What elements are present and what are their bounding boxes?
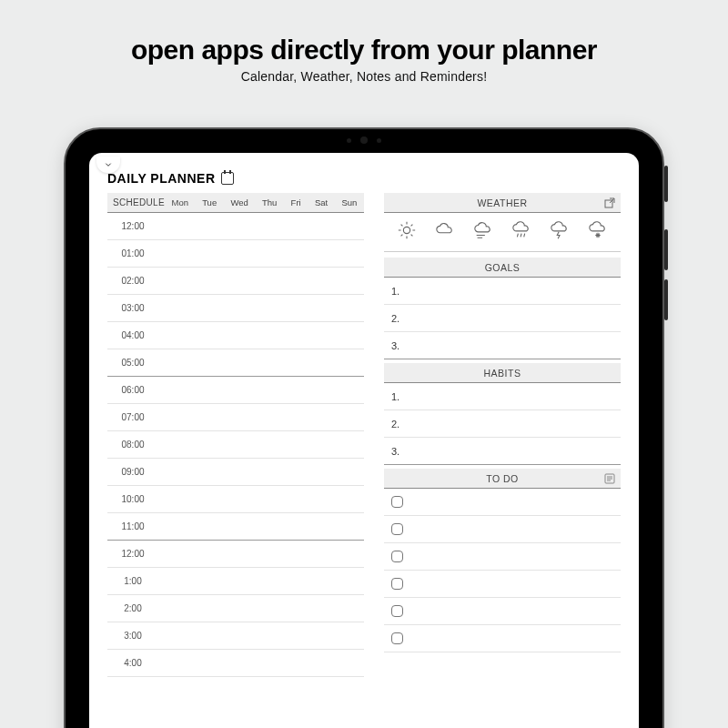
schedule-row[interactable]: 08:00 [107,431,364,459]
chevron-down-icon [103,161,114,168]
day-wed[interactable]: Wed [230,197,248,207]
calendar-icon[interactable] [221,172,234,185]
svg-point-1 [403,227,410,233]
volume-up-button [664,229,668,270]
time-label: 03:00 [107,303,158,313]
svg-line-7 [411,235,413,237]
external-link-icon [604,197,615,208]
todo-checkbox[interactable] [391,496,403,508]
svg-line-8 [401,235,403,237]
svg-line-9 [411,225,413,227]
goal-number: 3. [391,340,399,351]
hero-title: open apps directly from your planner [0,35,728,66]
svg-line-10 [517,234,518,238]
camera-notch [347,136,381,144]
todo-item[interactable] [384,516,621,543]
time-label: 2:00 [107,603,158,613]
day-sat[interactable]: Sat [315,197,328,207]
schedule-row[interactable]: 02:00 [107,268,364,295]
time-label: 06:00 [107,385,158,395]
todo-item[interactable] [384,571,621,598]
todo-header[interactable]: TO DO [384,469,621,489]
schedule-row[interactable]: 11:00 [107,513,364,541]
day-mon[interactable]: Mon [171,197,187,207]
schedule-label: SCHEDULE [107,197,165,207]
todo-checkbox[interactable] [391,605,403,617]
sun-icon [397,220,417,240]
svg-line-11 [521,234,521,238]
habit-number: 1. [391,391,399,402]
goal-item[interactable]: 1. [384,278,621,305]
todo-checkbox[interactable] [391,551,403,562]
time-label: 4:00 [107,658,158,668]
time-label: 3:00 [107,631,158,641]
todo-checkbox[interactable] [391,632,403,644]
hero-subtitle: Calendar, Weather, Notes and Reminders! [0,69,728,84]
schedule-row[interactable]: 01:00 [107,240,364,268]
time-label: 12:00 [107,549,158,559]
volume-down-button [664,279,668,320]
schedule-row[interactable]: 03:00 [107,295,364,322]
schedule-row[interactable]: 12:00 [107,213,364,240]
todo-label: TO DO [486,473,519,484]
todo-item[interactable] [384,489,621,516]
day-fri[interactable]: Fri [291,197,301,207]
time-label: 09:00 [107,467,158,477]
time-label: 08:00 [107,440,158,450]
day-tue[interactable]: Tue [202,197,217,207]
habit-number: 3. [391,446,399,457]
time-label: 1:00 [107,576,158,586]
todo-item[interactable] [384,598,621,625]
schedule-row[interactable]: 1:00 [107,568,364,595]
right-column: WEATHER GOALS 1. [384,193,621,677]
time-label: 01:00 [107,248,158,258]
reminders-icon [604,473,615,484]
schedule-row[interactable]: 12:00 [107,541,364,568]
svg-line-12 [524,234,525,238]
schedule-row[interactable]: 3:00 [107,622,364,650]
habits-label: HABITS [484,368,521,379]
todo-checkbox[interactable] [391,578,403,590]
day-sun[interactable]: Sun [341,197,357,207]
habit-item[interactable]: 1. [384,383,621,410]
page-title: DAILY PLANNER [107,171,216,186]
habits-header: HABITS [384,363,621,383]
schedule-row[interactable]: 05:00 [107,349,364,377]
todo-checkbox[interactable] [391,523,403,535]
todo-item[interactable] [384,625,621,652]
habit-item[interactable]: 3. [384,438,621,465]
schedule-row[interactable]: 4:00 [107,650,364,677]
goal-item[interactable]: 3. [384,332,621,359]
todo-item[interactable] [384,543,621,571]
goal-number: 2. [391,313,399,324]
schedule-row[interactable]: 10:00 [107,486,364,513]
habit-item[interactable]: 2. [384,410,621,438]
day-thu[interactable]: Thu [262,197,277,207]
cloud-icon [435,220,455,240]
goal-item[interactable]: 2. [384,305,621,332]
schedule-row[interactable]: 07:00 [107,404,364,431]
tablet-frame: DAILY PLANNER SCHEDULE Mon Tue Wed Thu F… [64,127,664,728]
goal-number: 1. [391,286,399,297]
svg-line-6 [401,225,403,227]
screen: DAILY PLANNER SCHEDULE Mon Tue Wed Thu F… [89,153,639,728]
time-label: 07:00 [107,412,158,422]
schedule-row[interactable]: 06:00 [107,377,364,404]
weather-header[interactable]: WEATHER [384,193,621,213]
time-label: 12:00 [107,221,158,231]
schedule-column: SCHEDULE Mon Tue Wed Thu Fri Sat Sun 12:… [107,193,364,677]
wind-icon [473,220,493,240]
time-label: 11:00 [107,521,158,531]
schedule-header: SCHEDULE Mon Tue Wed Thu Fri Sat Sun [107,193,364,213]
schedule-row[interactable]: 04:00 [107,322,364,349]
weather-icons [384,213,621,252]
power-button [664,166,668,202]
weather-label: WEATHER [477,197,527,208]
schedule-row[interactable]: 2:00 [107,595,364,622]
schedule-row[interactable]: 09:00 [107,459,364,486]
goals-label: GOALS [485,262,521,273]
goals-header: GOALS [384,258,621,278]
rain-icon [511,220,531,240]
day-labels: Mon Tue Wed Thu Fri Sat Sun [165,197,364,207]
time-label: 02:00 [107,276,158,286]
